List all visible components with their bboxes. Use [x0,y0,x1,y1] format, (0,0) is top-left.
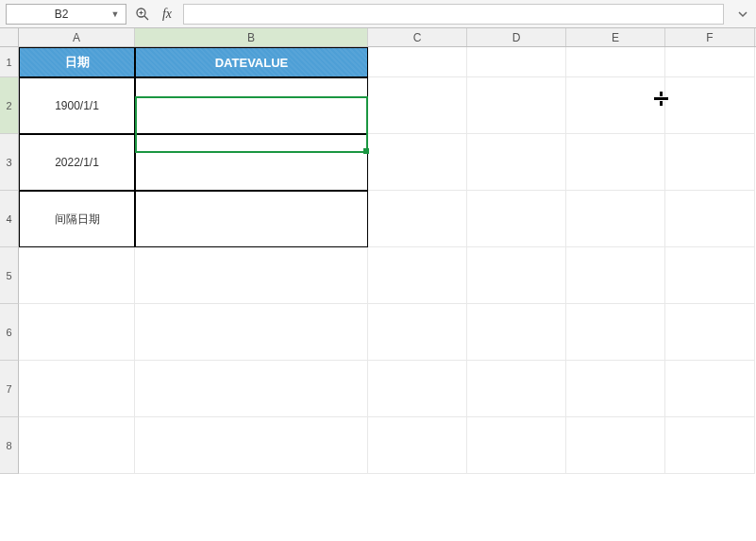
fx-icon[interactable]: fx [159,6,176,23]
cell-e7[interactable] [566,361,665,417]
cell-e4[interactable] [566,191,665,247]
cell-f5[interactable] [665,247,755,304]
expand-formula-icon[interactable] [735,7,750,22]
cell-a2[interactable]: 1900/1/1 [19,77,135,134]
cell-a6[interactable] [19,304,135,361]
cell-b1[interactable]: DATEVALUE [135,47,368,77]
row-header-5[interactable]: 5 [0,247,19,304]
cell-f6[interactable] [665,304,755,361]
cell-f4[interactable] [665,191,755,247]
cell-c1[interactable] [368,47,467,77]
cell-a3[interactable]: 2022/1/1 [19,134,135,191]
cell-d2[interactable] [467,77,566,134]
cell-b2[interactable] [135,77,368,134]
row-header-2[interactable]: 2 [0,77,19,134]
row-6: 6 [0,304,756,361]
cell-a4[interactable]: 间隔日期 [19,191,135,247]
row-5: 5 [0,247,756,304]
spreadsheet-area: A B C D E F 1 日期 DATEVALUE 2 1900/1/1 3 [0,28,756,541]
cell-a1[interactable]: 日期 [19,47,135,77]
col-header-f[interactable]: F [665,28,755,46]
col-header-b[interactable]: B [135,28,368,46]
cell-a7[interactable] [19,361,135,417]
cell-d3[interactable] [467,134,566,191]
row-3: 3 2022/1/1 [0,134,756,191]
cell-e1[interactable] [566,47,665,77]
row-1: 1 日期 DATEVALUE [0,47,756,77]
cell-d4[interactable] [467,191,566,247]
cell-b4[interactable] [135,191,368,247]
cell-f8[interactable] [665,417,755,474]
row-4: 4 间隔日期 [0,191,756,247]
dropdown-icon[interactable]: ▼ [110,9,120,19]
cell-e5[interactable] [566,247,665,304]
cell-b3[interactable] [135,134,368,191]
cell-f3[interactable] [665,134,755,191]
row-header-4[interactable]: 4 [0,191,19,247]
cell-c6[interactable] [368,304,467,361]
cell-e6[interactable] [566,304,665,361]
cell-d7[interactable] [467,361,566,417]
cell-e2[interactable] [566,77,665,134]
cell-d8[interactable] [467,417,566,474]
zoom-search-icon[interactable] [134,6,151,23]
cell-a8[interactable] [19,417,135,474]
row-header-1[interactable]: 1 [0,47,19,77]
cell-b8[interactable] [135,417,368,474]
name-box-text: B2 [12,8,110,21]
row-header-6[interactable]: 6 [0,304,19,361]
svg-line-1 [144,16,148,20]
cell-e3[interactable] [566,134,665,191]
column-headers: A B C D E F [0,28,756,47]
cell-c2[interactable] [368,77,467,134]
formula-toolbar: B2 ▼ fx [0,0,756,28]
cell-c7[interactable] [368,361,467,417]
select-all-corner[interactable] [0,28,19,46]
cell-b6[interactable] [135,304,368,361]
cell-d1[interactable] [467,47,566,77]
col-header-e[interactable]: E [566,28,665,46]
grid-body: 1 日期 DATEVALUE 2 1900/1/1 3 2022/1/1 [0,47,756,474]
name-box[interactable]: B2 ▼ [6,4,126,25]
cell-e8[interactable] [566,417,665,474]
row-8: 8 [0,417,756,474]
cell-f2[interactable] [665,77,755,134]
cell-d6[interactable] [467,304,566,361]
cell-a5[interactable] [19,247,135,304]
col-header-a[interactable]: A [19,28,135,46]
row-header-8[interactable]: 8 [0,417,19,474]
row-7: 7 [0,361,756,417]
formula-bar-input[interactable] [183,4,724,25]
cell-f1[interactable] [665,47,755,77]
row-header-7[interactable]: 7 [0,361,19,417]
row-header-3[interactable]: 3 [0,134,19,191]
row-2: 2 1900/1/1 [0,77,756,134]
col-header-d[interactable]: D [467,28,566,46]
cell-c4[interactable] [368,191,467,247]
cell-d5[interactable] [467,247,566,304]
cell-c3[interactable] [368,134,467,191]
cell-f7[interactable] [665,361,755,417]
cell-b5[interactable] [135,247,368,304]
cell-c8[interactable] [368,417,467,474]
col-header-c[interactable]: C [368,28,467,46]
cell-b7[interactable] [135,361,368,417]
cell-c5[interactable] [368,247,467,304]
